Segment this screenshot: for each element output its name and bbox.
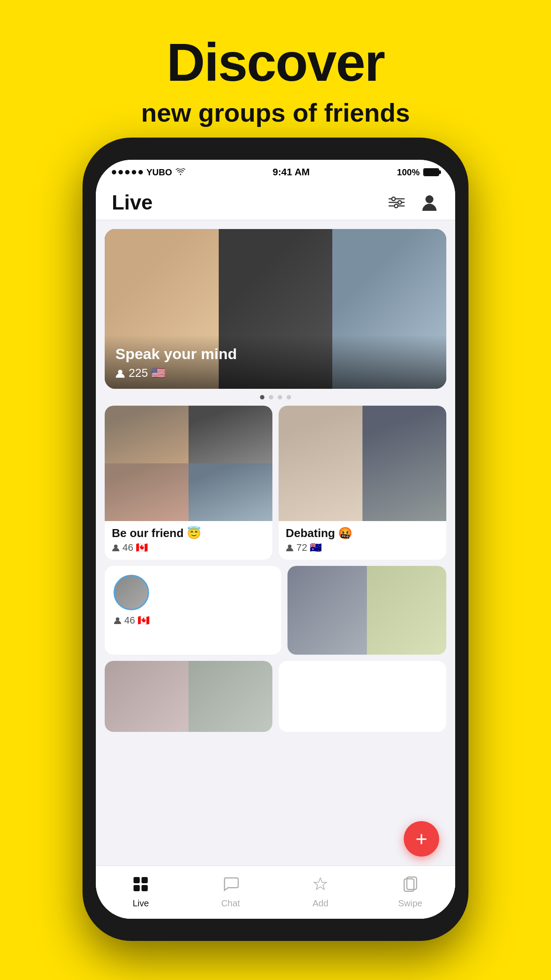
- status-time: 9:41 AM: [273, 166, 310, 178]
- featured-card[interactable]: Speak your mind 225 🇺🇸: [105, 229, 446, 389]
- room-card-extra[interactable]: [287, 566, 446, 655]
- room-img-2: [189, 406, 272, 463]
- extra-img-2: [367, 566, 446, 655]
- dot-1: [260, 395, 264, 399]
- avatar-viewers: 46 🇨🇦: [114, 615, 272, 626]
- room-card-debate[interactable]: Debating 🤬 72 🇦🇺: [279, 406, 446, 560]
- svg-point-9: [288, 545, 291, 548]
- preview-card-2[interactable]: [279, 661, 446, 732]
- live-tab-label: Live: [133, 898, 149, 909]
- chat-tab-icon: [223, 876, 239, 896]
- svg-point-4: [398, 201, 401, 204]
- preview-card-1[interactable]: [105, 661, 272, 732]
- svg-rect-14: [142, 885, 148, 891]
- svg-point-6: [425, 195, 433, 203]
- profile-button[interactable]: [420, 193, 439, 212]
- tab-swipe[interactable]: Swipe: [366, 866, 456, 919]
- live-tab-icon: [133, 876, 149, 896]
- battery-percent: 100%: [397, 167, 420, 178]
- battery-icon: [423, 168, 439, 176]
- avatar-image: [114, 575, 149, 610]
- add-tab-label: Add: [312, 898, 328, 909]
- svg-point-3: [392, 197, 395, 201]
- featured-title: Speak your mind: [115, 345, 436, 363]
- svg-point-10: [116, 617, 119, 621]
- discover-subtitle: new groups of friends: [0, 98, 551, 127]
- room-card-friend[interactable]: Be our friend 😇 46 🇨🇦: [105, 406, 272, 560]
- pagination-dots: [96, 395, 455, 399]
- svg-rect-12: [142, 877, 148, 883]
- room-img-d2: [362, 406, 446, 521]
- room-title-debate: Debating 🤬: [286, 526, 439, 540]
- tab-bar: Live Chat Add: [96, 865, 455, 919]
- dot-4: [287, 395, 291, 399]
- fab-icon: +: [416, 829, 428, 849]
- fab-button[interactable]: +: [404, 821, 439, 857]
- room-img-d1: [279, 406, 362, 521]
- extra-img-1: [287, 566, 367, 655]
- status-bar: YUBO 9:41 AM 100%: [96, 160, 455, 185]
- chat-tab-label: Chat: [221, 898, 240, 909]
- svg-point-8: [114, 545, 118, 548]
- preview-img-2: [189, 661, 272, 732]
- tab-chat[interactable]: Chat: [186, 866, 276, 919]
- room-img-1: [105, 406, 189, 463]
- room-img-3: [105, 463, 189, 521]
- room-viewers-friend: 46 🇨🇦: [112, 542, 265, 553]
- room-viewers-debate: 72 🇦🇺: [286, 542, 439, 553]
- dot-2: [269, 395, 273, 399]
- room-img-4: [189, 463, 272, 521]
- page-background: Discover new groups of friends YUBO: [0, 0, 551, 980]
- scroll-content[interactable]: Speak your mind 225 🇺🇸: [96, 220, 455, 919]
- phone-screen: YUBO 9:41 AM 100% Live: [96, 160, 455, 919]
- app-title: Live: [112, 190, 153, 214]
- svg-point-5: [394, 204, 398, 208]
- swipe-tab-icon: [402, 876, 418, 896]
- app-header: Live: [96, 185, 455, 220]
- filter-button[interactable]: [387, 193, 406, 212]
- room-title-friend: Be our friend 😇: [112, 526, 265, 540]
- phone-shell: YUBO 9:41 AM 100% Live: [83, 138, 468, 941]
- swipe-tab-label: Swipe: [398, 898, 422, 909]
- preview-img-1: [105, 661, 189, 732]
- featured-viewers: 225 🇺🇸: [115, 366, 436, 380]
- wifi-icon: [176, 167, 185, 178]
- tab-add[interactable]: Add: [276, 866, 366, 919]
- avatar-room-card[interactable]: 46 🇨🇦: [105, 566, 281, 655]
- add-tab-icon: [312, 876, 328, 896]
- discover-title: Discover: [0, 0, 551, 89]
- svg-rect-11: [134, 877, 140, 883]
- svg-rect-13: [134, 885, 140, 891]
- dot-3: [278, 395, 282, 399]
- carrier-label: YUBO: [146, 167, 172, 178]
- tab-live[interactable]: Live: [96, 866, 186, 919]
